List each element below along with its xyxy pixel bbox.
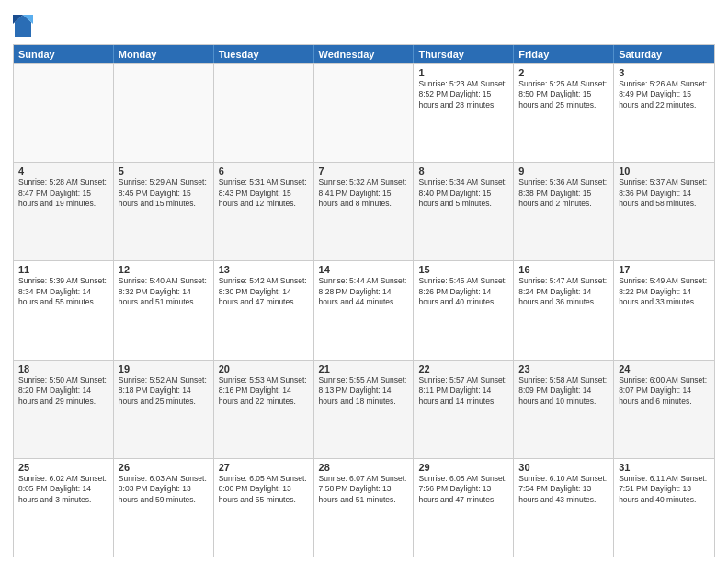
cell-text: Sunrise: 5:26 AM Sunset: 8:49 PM Dayligh…	[619, 79, 710, 110]
day-number: 18	[18, 363, 108, 374]
calendar-cell: 8Sunrise: 5:34 AM Sunset: 8:40 PM Daylig…	[414, 163, 514, 260]
calendar-cell: 30Sunrise: 6:10 AM Sunset: 7:54 PM Dayli…	[514, 459, 614, 557]
calendar-cell: 24Sunrise: 6:00 AM Sunset: 8:07 PM Dayli…	[614, 361, 714, 458]
calendar-cell: 11Sunrise: 5:39 AM Sunset: 8:34 PM Dayli…	[14, 261, 114, 359]
cell-text: Sunrise: 6:02 AM Sunset: 8:05 PM Dayligh…	[18, 474, 108, 505]
day-number: 11	[18, 264, 108, 275]
calendar-cell: 1Sunrise: 5:23 AM Sunset: 8:52 PM Daylig…	[414, 64, 514, 162]
day-number: 31	[619, 462, 710, 473]
day-number: 20	[219, 363, 309, 374]
day-number: 4	[18, 166, 108, 177]
calendar-cell: 6Sunrise: 5:31 AM Sunset: 8:43 PM Daylig…	[214, 163, 314, 260]
calendar-cell: 28Sunrise: 6:07 AM Sunset: 7:58 PM Dayli…	[314, 459, 415, 557]
cell-text: Sunrise: 5:55 AM Sunset: 8:13 PM Dayligh…	[319, 375, 409, 407]
day-number: 6	[219, 166, 309, 177]
day-number: 5	[119, 166, 209, 177]
calendar-cell: 10Sunrise: 5:37 AM Sunset: 8:36 PM Dayli…	[614, 163, 714, 260]
logo	[13, 13, 37, 39]
cell-text: Sunrise: 5:52 AM Sunset: 8:18 PM Dayligh…	[119, 375, 209, 407]
day-number: 24	[619, 363, 710, 374]
calendar-row: 11Sunrise: 5:39 AM Sunset: 8:34 PM Dayli…	[14, 260, 714, 359]
calendar-header: SundayMondayTuesdayWednesdayThursdayFrid…	[14, 45, 714, 63]
calendar-cell: 27Sunrise: 6:05 AM Sunset: 8:00 PM Dayli…	[214, 459, 314, 557]
day-number: 19	[119, 363, 209, 374]
day-number: 14	[319, 264, 409, 275]
day-number: 9	[518, 166, 609, 177]
calendar-row: 4Sunrise: 5:28 AM Sunset: 8:47 PM Daylig…	[14, 162, 714, 260]
calendar-cell: 5Sunrise: 5:29 AM Sunset: 8:45 PM Daylig…	[114, 163, 214, 260]
day-number: 30	[518, 462, 609, 473]
day-number: 21	[319, 363, 409, 374]
day-number: 12	[119, 264, 209, 275]
calendar-cell: 3Sunrise: 5:26 AM Sunset: 8:49 PM Daylig…	[614, 64, 714, 162]
calendar-cell: 16Sunrise: 5:47 AM Sunset: 8:24 PM Dayli…	[514, 261, 614, 359]
calendar-header-cell: Thursday	[414, 45, 514, 63]
calendar-row: 1Sunrise: 5:23 AM Sunset: 8:52 PM Daylig…	[14, 63, 714, 162]
cell-text: Sunrise: 6:07 AM Sunset: 7:58 PM Dayligh…	[319, 474, 409, 505]
calendar-header-cell: Saturday	[614, 45, 714, 63]
calendar-cell: 31Sunrise: 6:11 AM Sunset: 7:51 PM Dayli…	[614, 459, 714, 557]
calendar-header-cell: Friday	[514, 45, 614, 63]
calendar-cell: 17Sunrise: 5:49 AM Sunset: 8:22 PM Dayli…	[614, 261, 714, 359]
calendar: SundayMondayTuesdayWednesdayThursdayFrid…	[13, 44, 715, 557]
day-number: 2	[518, 67, 609, 78]
calendar-cell: 19Sunrise: 5:52 AM Sunset: 8:18 PM Dayli…	[114, 361, 214, 458]
day-number: 8	[418, 166, 508, 177]
calendar-cell: 25Sunrise: 6:02 AM Sunset: 8:05 PM Dayli…	[14, 459, 114, 557]
cell-text: Sunrise: 5:42 AM Sunset: 8:30 PM Dayligh…	[219, 276, 309, 307]
calendar-cell: 29Sunrise: 6:08 AM Sunset: 7:56 PM Dayli…	[414, 459, 514, 557]
calendar-cell	[114, 64, 214, 162]
day-number: 16	[518, 264, 609, 275]
cell-text: Sunrise: 5:34 AM Sunset: 8:40 PM Dayligh…	[418, 178, 508, 209]
cell-text: Sunrise: 5:37 AM Sunset: 8:36 PM Dayligh…	[619, 178, 710, 209]
calendar-row: 18Sunrise: 5:50 AM Sunset: 8:20 PM Dayli…	[14, 360, 714, 458]
calendar-cell: 12Sunrise: 5:40 AM Sunset: 8:32 PM Dayli…	[114, 261, 214, 359]
calendar-cell: 18Sunrise: 5:50 AM Sunset: 8:20 PM Dayli…	[14, 361, 114, 458]
day-number: 1	[418, 67, 508, 78]
cell-text: Sunrise: 5:23 AM Sunset: 8:52 PM Dayligh…	[418, 79, 508, 110]
cell-text: Sunrise: 5:45 AM Sunset: 8:26 PM Dayligh…	[418, 276, 508, 307]
cell-text: Sunrise: 5:25 AM Sunset: 8:50 PM Dayligh…	[518, 79, 609, 110]
day-number: 7	[319, 166, 409, 177]
page: SundayMondayTuesdayWednesdayThursdayFrid…	[0, 0, 728, 563]
day-number: 28	[319, 462, 409, 473]
cell-text: Sunrise: 5:49 AM Sunset: 8:22 PM Dayligh…	[619, 276, 710, 307]
day-number: 22	[418, 363, 508, 374]
calendar-cell: 9Sunrise: 5:36 AM Sunset: 8:38 PM Daylig…	[514, 163, 614, 260]
cell-text: Sunrise: 5:29 AM Sunset: 8:45 PM Dayligh…	[119, 178, 209, 209]
cell-text: Sunrise: 6:11 AM Sunset: 7:51 PM Dayligh…	[619, 474, 710, 505]
cell-text: Sunrise: 5:44 AM Sunset: 8:28 PM Dayligh…	[319, 276, 409, 307]
calendar-cell: 2Sunrise: 5:25 AM Sunset: 8:50 PM Daylig…	[514, 64, 614, 162]
calendar-cell: 14Sunrise: 5:44 AM Sunset: 8:28 PM Dayli…	[314, 261, 415, 359]
calendar-cell: 21Sunrise: 5:55 AM Sunset: 8:13 PM Dayli…	[314, 361, 415, 458]
cell-text: Sunrise: 6:00 AM Sunset: 8:07 PM Dayligh…	[619, 375, 710, 407]
calendar-cell	[14, 64, 114, 162]
cell-text: Sunrise: 5:53 AM Sunset: 8:16 PM Dayligh…	[219, 375, 309, 407]
day-number: 15	[418, 264, 508, 275]
logo-icon	[13, 13, 33, 39]
calendar-cell	[214, 64, 314, 162]
cell-text: Sunrise: 5:39 AM Sunset: 8:34 PM Dayligh…	[18, 276, 108, 307]
cell-text: Sunrise: 5:58 AM Sunset: 8:09 PM Dayligh…	[518, 375, 609, 407]
day-number: 27	[219, 462, 309, 473]
calendar-header-cell: Sunday	[14, 45, 114, 63]
calendar-cell: 20Sunrise: 5:53 AM Sunset: 8:16 PM Dayli…	[214, 361, 314, 458]
day-number: 3	[619, 67, 710, 78]
cell-text: Sunrise: 6:08 AM Sunset: 7:56 PM Dayligh…	[418, 474, 508, 505]
calendar-cell: 26Sunrise: 6:03 AM Sunset: 8:03 PM Dayli…	[114, 459, 214, 557]
cell-text: Sunrise: 6:05 AM Sunset: 8:00 PM Dayligh…	[219, 474, 309, 505]
calendar-cell: 15Sunrise: 5:45 AM Sunset: 8:26 PM Dayli…	[414, 261, 514, 359]
calendar-cell	[314, 64, 415, 162]
header	[13, 9, 715, 39]
day-number: 23	[518, 363, 609, 374]
day-number: 25	[18, 462, 108, 473]
calendar-body: 1Sunrise: 5:23 AM Sunset: 8:52 PM Daylig…	[14, 63, 714, 557]
day-number: 29	[418, 462, 508, 473]
cell-text: Sunrise: 5:28 AM Sunset: 8:47 PM Dayligh…	[18, 178, 108, 209]
cell-text: Sunrise: 5:31 AM Sunset: 8:43 PM Dayligh…	[219, 178, 309, 209]
cell-text: Sunrise: 6:10 AM Sunset: 7:54 PM Dayligh…	[518, 474, 609, 505]
cell-text: Sunrise: 5:32 AM Sunset: 8:41 PM Dayligh…	[319, 178, 409, 209]
calendar-row: 25Sunrise: 6:02 AM Sunset: 8:05 PM Dayli…	[14, 458, 714, 557]
day-number: 10	[619, 166, 710, 177]
calendar-cell: 22Sunrise: 5:57 AM Sunset: 8:11 PM Dayli…	[414, 361, 514, 458]
